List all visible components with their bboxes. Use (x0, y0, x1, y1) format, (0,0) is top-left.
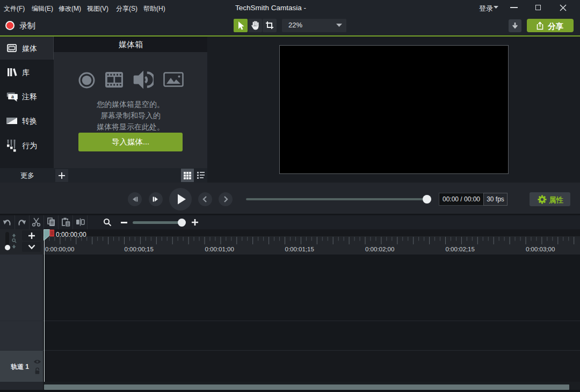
svg-text:a: a (11, 94, 14, 99)
